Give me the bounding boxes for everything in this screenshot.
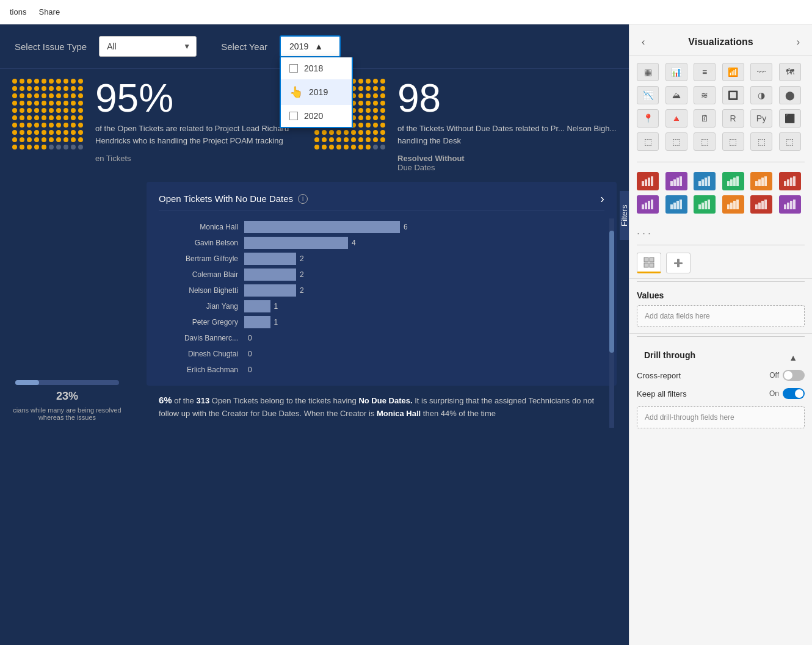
dot-26 (56, 93, 61, 98)
custom-tile-2-5[interactable] (779, 195, 801, 214)
footer-text: 6% of the 313 Open Tickets belong to the… (147, 386, 617, 428)
viz-icon-1-3[interactable]: 🔲 (722, 86, 744, 104)
viz-format-section (629, 248, 812, 279)
dot-56 (358, 115, 363, 120)
viz-panel-collapse-btn[interactable]: ‹ (639, 34, 647, 50)
dot-65 (49, 123, 54, 128)
chart-chevron-right[interactable]: › (600, 192, 604, 206)
drill-through-collapse[interactable]: ▲ (789, 353, 797, 362)
chart-scrollbar[interactable] (609, 218, 614, 428)
viz-icon-1-5[interactable]: ⬤ (779, 86, 801, 104)
viz-icon-3-4[interactable]: ⬚ (750, 132, 772, 151)
dot-91 (20, 145, 24, 150)
viz-icon-0-3[interactable]: 📶 (722, 63, 744, 81)
svg-rect-34 (705, 201, 707, 209)
dot-31 (20, 101, 24, 106)
chart-title-text: Open Tickets With No Due Dates (159, 193, 293, 204)
dot-11 (20, 86, 24, 91)
viz-fields-btn[interactable] (637, 253, 661, 273)
custom-tile-2-4[interactable] (750, 195, 772, 214)
svg-rect-20 (784, 181, 786, 186)
svg-rect-12 (727, 181, 730, 186)
viz-icon-0-5[interactable]: 🗺 (779, 63, 801, 81)
dot-35 (49, 101, 54, 106)
dot-75 (49, 130, 54, 135)
dot-43 (34, 108, 39, 113)
viz-icon-2-3[interactable]: R (722, 109, 744, 128)
viz-icon-3-2[interactable]: ⬚ (694, 132, 716, 151)
viz-format-btn[interactable] (666, 253, 691, 273)
viz-icon-0-4[interactable]: 〰 (750, 63, 772, 81)
viz-icon-3-3[interactable]: ⬚ (722, 132, 744, 151)
viz-values-dropzone[interactable]: Add data fields here (637, 305, 805, 327)
custom-tile-1-0[interactable] (637, 172, 659, 190)
drill-through-title: Drill through (644, 350, 695, 360)
cross-report-toggle[interactable] (783, 370, 805, 381)
viz-icon-2-5[interactable]: ⬛ (779, 109, 801, 128)
dot-70 (12, 130, 17, 135)
bar-chart: Monica Hall6Gavin Belson4Bertram Gilfoyl… (159, 221, 604, 376)
scrollbar-thumb[interactable] (609, 231, 614, 353)
dot-98 (373, 145, 378, 150)
svg-rect-26 (648, 201, 650, 209)
viz-icon-2-1[interactable]: 🔺 (665, 109, 687, 128)
viz-icon-2-4[interactable]: Py (750, 109, 772, 128)
dot-90 (314, 145, 319, 150)
dot-10 (12, 86, 17, 91)
svg-rect-50 (644, 263, 648, 267)
viz-icon-0-2[interactable]: ≡ (694, 63, 716, 81)
viz-icon-1-2[interactable]: ≋ (694, 86, 716, 104)
dot-14 (42, 86, 46, 91)
year-option-2020[interactable]: 2020 (281, 105, 352, 127)
drill-through-dropzone[interactable]: Add drill-through fields here (637, 406, 805, 428)
dot-21 (20, 93, 24, 98)
bar-value-1: 4 (352, 239, 356, 247)
viz-icon-3-0[interactable]: ⬚ (637, 132, 659, 151)
svg-rect-22 (790, 178, 792, 186)
topbar-item-tions[interactable]: tions (10, 7, 26, 16)
viz-icon-1-4[interactable]: ◑ (750, 86, 772, 104)
custom-tile-2-1[interactable] (665, 195, 687, 214)
viz-panel-expand-btn[interactable]: › (794, 34, 802, 50)
bar-name-3: Coleman Blair (159, 270, 238, 279)
viz-icon-3-5[interactable]: ⬚ (779, 132, 801, 151)
dot-92 (329, 145, 334, 150)
topbar-item-share[interactable]: Share (38, 7, 60, 16)
svg-rect-53 (677, 259, 680, 267)
viz-icon-3-1[interactable]: ⬚ (665, 132, 687, 151)
custom-tile-1-3[interactable] (722, 172, 744, 190)
svg-rect-39 (736, 200, 739, 209)
viz-icon-2-2[interactable]: 🗓 (694, 109, 716, 128)
viz-icon-2-0[interactable]: 📍 (637, 109, 659, 128)
svg-rect-33 (701, 203, 704, 209)
viz-icon-0-1[interactable]: 📊 (665, 63, 687, 81)
viz-values-title: Values (637, 290, 805, 300)
custom-tile-2-2[interactable] (694, 195, 716, 214)
keep-filters-toggle[interactable] (783, 388, 805, 399)
dot-99 (380, 145, 385, 150)
custom-tile-2-0[interactable] (637, 195, 659, 214)
custom-tile-1-1[interactable] (665, 172, 687, 190)
bar-name-9: Erlich Bachman (159, 366, 238, 374)
kpi-footer-1: en Tickets (95, 154, 314, 163)
viz-icon-1-1[interactable]: ⛰ (665, 86, 687, 104)
viz-divider-1 (637, 162, 805, 162)
viz-icon-0-0[interactable]: ▦ (637, 63, 659, 81)
year-option-2019[interactable]: 👆 2019 (281, 79, 352, 105)
issue-type-select[interactable]: All (99, 36, 197, 57)
dot-74 (42, 130, 46, 135)
dot-66 (358, 123, 363, 128)
year-select-button[interactable]: 2019 ▲ (280, 35, 341, 57)
year-dropdown-wrapper[interactable]: 2019 ▲ 2018 👆 2019 2020 (280, 35, 341, 57)
year-option-2018[interactable]: 2018 (281, 57, 352, 79)
dot-73 (336, 130, 341, 135)
year-dropdown-menu: 2018 👆 2019 2020 (280, 57, 353, 128)
custom-tile-1-2[interactable] (694, 172, 716, 190)
custom-tile-1-4[interactable] (750, 172, 772, 190)
custom-tile-1-5[interactable] (779, 172, 801, 190)
viz-icon-1-0[interactable]: 📉 (637, 86, 659, 104)
chart-info-icon[interactable]: i (298, 194, 308, 204)
filters-vertical-label[interactable]: Filters (620, 191, 629, 240)
issue-type-dropdown-wrapper[interactable]: All ▼ (99, 36, 197, 57)
custom-tile-2-3[interactable] (722, 195, 744, 214)
